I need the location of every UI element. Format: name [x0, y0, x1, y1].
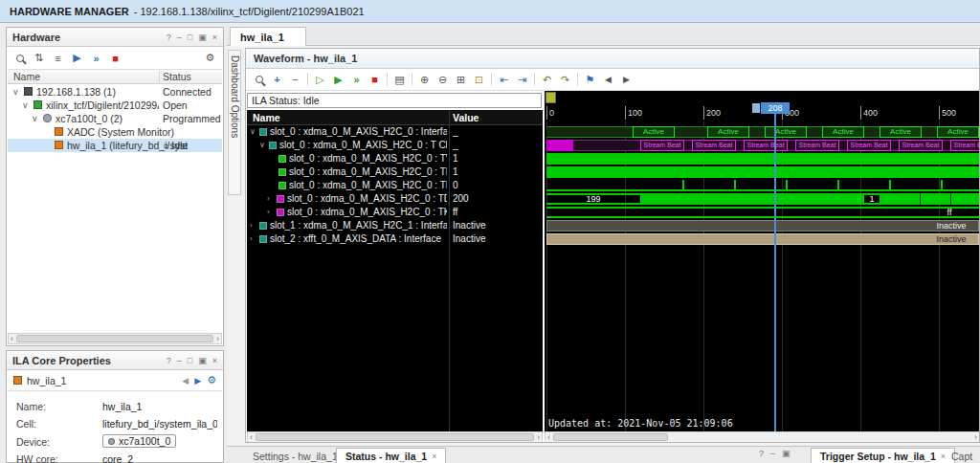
- zoom-in-icon[interactable]: ⊕: [416, 72, 433, 87]
- signal-row[interactable]: slot_0 : xdma_0_M_AXIS_H2C_0 : TREADY 1: [247, 165, 543, 179]
- run-icon[interactable]: ▶: [69, 51, 85, 66]
- ila-properties-header[interactable]: ILA Core Properties ? – □ ▣ ×: [7, 351, 223, 370]
- next-transition-icon[interactable]: ↷: [557, 72, 573, 87]
- scroll-thumb[interactable]: [553, 433, 668, 441]
- wave-row-tlast[interactable]: [545, 179, 980, 192]
- tree-row-target[interactable]: ∨ xilinx_tcf/Digilent/210299A1B0 Open: [8, 99, 222, 112]
- scroll-left-icon[interactable]: ‹: [547, 432, 550, 442]
- goto-end-icon[interactable]: ⇥: [514, 72, 530, 87]
- signal-row[interactable]: slot_0 : xdma_0_M_AXIS_H2C_0 : TVALID 1: [247, 152, 543, 165]
- export-data-icon[interactable]: ▤: [391, 72, 408, 87]
- add-marker-icon[interactable]: ⚑: [582, 72, 598, 87]
- wave-row-slot1[interactable]: Inactive: [545, 219, 980, 232]
- run-continuous-icon[interactable]: »: [348, 72, 365, 87]
- help-icon[interactable]: ?: [167, 33, 171, 42]
- wave-row-tdata[interactable]: 199 1: [545, 192, 980, 206]
- float-icon[interactable]: ▣: [782, 449, 791, 458]
- marker-flag[interactable]: [752, 103, 760, 113]
- previous-transition-icon[interactable]: ↶: [539, 72, 555, 87]
- wave-row-slot2[interactable]: Inactive: [545, 232, 980, 246]
- search-icon[interactable]: [11, 51, 28, 66]
- expand-arrow-icon[interactable]: ∨: [259, 139, 265, 152]
- tab-hw-ila-1[interactable]: hw_ila_1: [230, 27, 306, 46]
- run-immediate-icon[interactable]: ▷: [312, 72, 328, 87]
- stop-icon[interactable]: ■: [107, 51, 123, 66]
- collapse-arrow-icon[interactable]: ›: [267, 206, 270, 219]
- wave-row-tchannel[interactable]: Stream Beat Stream Beat Stream Beat Stre…: [545, 139, 980, 152]
- scroll-left-icon[interactable]: ‹: [11, 334, 13, 343]
- zoom-fit-icon[interactable]: ⊞: [453, 72, 469, 87]
- signal-row[interactable]: › slot_2 : xfft_0_M_AXIS_DATA : Interfac…: [247, 232, 543, 246]
- signal-row[interactable]: › slot_0 : xdma_0_M_AXIS_H2C_0 : TKEEP f…: [247, 206, 543, 219]
- scroll-left-icon[interactable]: ‹: [250, 432, 253, 442]
- minimize-icon[interactable]: –: [770, 449, 775, 458]
- expand-arrow-icon[interactable]: ∨: [32, 112, 38, 125]
- wave-row-interface[interactable]: Active Active Active Active Active Activ…: [545, 125, 980, 139]
- tree-row-device[interactable]: ∨ xc7a100t_0 (2) Programmed: [8, 112, 222, 125]
- minimize-icon[interactable]: –: [177, 33, 182, 42]
- back-icon[interactable]: ◀: [182, 376, 189, 386]
- expand-arrow-icon[interactable]: ∨: [250, 125, 256, 139]
- remove-probe-icon[interactable]: −: [287, 72, 303, 87]
- name-column-header[interactable]: Name: [249, 110, 280, 125]
- refresh-icon[interactable]: »: [88, 51, 104, 66]
- signal-row[interactable]: slot_0 : xdma_0_M_AXIS_H2C_0 : TLAST 0: [247, 179, 543, 192]
- signal-table-header[interactable]: Name Value: [247, 110, 543, 125]
- collapse-arrow-icon[interactable]: ›: [250, 219, 253, 232]
- settings-gear-icon[interactable]: ⚙: [202, 51, 218, 66]
- zoom-out-icon[interactable]: ⊖: [434, 72, 451, 87]
- name-column-header[interactable]: Name: [13, 70, 40, 84]
- close-tab-icon[interactable]: ×: [432, 452, 436, 461]
- close-icon[interactable]: ×: [212, 356, 217, 365]
- add-probe-icon[interactable]: +: [269, 72, 285, 87]
- signal-row[interactable]: ∨ slot_0 : xdma_0_M_AXIS_H2C_0 : Interfa…: [247, 125, 543, 139]
- scroll-right-icon[interactable]: ›: [974, 432, 977, 442]
- next-marker-icon[interactable]: ▶: [618, 72, 635, 87]
- hardware-tree-hscrollbar[interactable]: ‹ ›: [8, 333, 222, 344]
- wave-row-tkeep[interactable]: ff: [545, 206, 980, 219]
- tab-settings[interactable]: Settings - hw_ila_1: [244, 448, 346, 463]
- scroll-right-icon[interactable]: ›: [216, 334, 219, 343]
- float-icon[interactable]: ▣: [198, 356, 207, 365]
- signal-row[interactable]: › slot_0 : xdma_0_M_AXIS_H2C_0 : TDATA 2…: [247, 192, 543, 206]
- ila-status-field[interactable]: [247, 93, 542, 108]
- collapse-arrow-icon[interactable]: ›: [250, 232, 253, 246]
- hardware-panel-header[interactable]: Hardware ? – □ ▣ ×: [7, 28, 223, 47]
- scroll-right-icon[interactable]: ›: [537, 432, 540, 442]
- forward-icon[interactable]: ▶: [194, 376, 201, 386]
- properties-gear-icon[interactable]: ⚙: [207, 374, 216, 386]
- scroll-thumb[interactable]: [16, 335, 213, 342]
- float-icon[interactable]: ▣: [198, 33, 207, 42]
- collapse-arrow-icon[interactable]: ›: [267, 192, 270, 206]
- tab-capture[interactable]: Capt: [943, 448, 980, 463]
- help-icon[interactable]: ?: [167, 356, 171, 365]
- maximize-icon[interactable]: □: [188, 356, 192, 365]
- expand-arrow-icon[interactable]: ∨: [22, 99, 29, 112]
- tab-trigger-setup[interactable]: Trigger Setup - hw_ila_1 ×: [811, 448, 955, 463]
- stop-trigger-icon[interactable]: ■: [367, 72, 383, 87]
- help-icon[interactable]: ?: [759, 449, 764, 458]
- tab-status[interactable]: Status - hw_ila_1 ×: [336, 448, 446, 463]
- maximize-icon[interactable]: □: [188, 33, 192, 42]
- waveform-hscrollbar[interactable]: ‹ ›: [545, 431, 980, 443]
- value-column-header[interactable]: Value: [449, 110, 479, 125]
- goto-start-icon[interactable]: ⇤: [496, 72, 512, 87]
- waveform-title-bar[interactable]: Waveform - hw_ila_1: [246, 49, 979, 69]
- marker-line[interactable]: [774, 114, 776, 431]
- tree-row-hw-ila-1[interactable]: hw_ila_1 (litefury_bd_i/syst ○ Idle: [8, 139, 222, 152]
- signal-row[interactable]: › slot_1 : xdma_0_M_AXIS_H2C_1 : Interfa…: [247, 219, 543, 232]
- wave-row-tready[interactable]: [545, 165, 980, 179]
- tree-row-xadc[interactable]: XADC (System Monitor): [8, 125, 222, 139]
- close-icon[interactable]: ×: [212, 33, 217, 42]
- marker-handle[interactable]: [546, 92, 556, 103]
- status-column-header[interactable]: Status: [163, 70, 191, 84]
- zoom-selection-icon[interactable]: ⊡: [471, 72, 487, 87]
- waveform-canvas[interactable]: 0 100 200 300 400 500 Active Active Acti…: [545, 91, 980, 431]
- tree-row-server[interactable]: ∨ 192.168.1.138 (1) Connected: [8, 85, 222, 99]
- search-icon[interactable]: [251, 72, 267, 87]
- collapse-all-icon[interactable]: ⇅: [31, 51, 47, 66]
- run-trigger-icon[interactable]: ▶: [330, 72, 346, 87]
- marker-position-label[interactable]: 208: [761, 102, 790, 114]
- minimize-icon[interactable]: –: [177, 356, 182, 365]
- wave-row-tvalid[interactable]: [545, 152, 980, 165]
